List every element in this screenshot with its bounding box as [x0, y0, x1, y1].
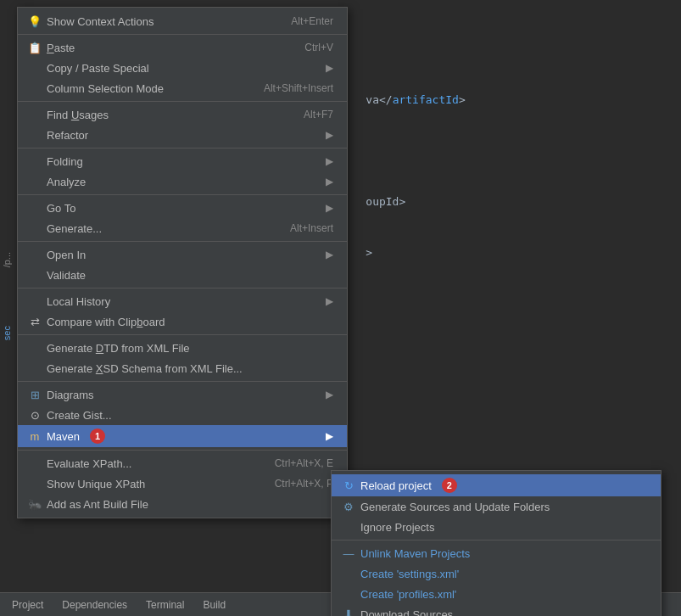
separator-4 [18, 194, 347, 195]
separator-8 [18, 381, 347, 382]
submenu-separator-1 [332, 540, 661, 540]
side-label-sec: sec [0, 322, 17, 344]
menu-item-column-selection[interactable]: Column Selection Mode Alt+Shift+Insert [18, 78, 347, 98]
empty-icon-7 [28, 201, 42, 215]
paste-icon: 📋 [28, 41, 42, 54]
menu-item-compare-clipboard[interactable]: ⇄ Compare with Clipboard [18, 311, 347, 332]
github-icon: ⊙ [28, 408, 42, 422]
menu-item-ignore-projects[interactable]: Ignore Projects [332, 517, 661, 537]
ignore-icon [342, 520, 355, 534]
empty-icon-11 [28, 294, 42, 308]
empty-icon-2 [28, 81, 42, 95]
menu-item-local-history[interactable]: Local History ▶ [18, 291, 347, 311]
menu-item-go-to[interactable]: Go To ▶ [18, 198, 347, 218]
menu-item-show-unique-xpath[interactable]: Show Unique XPath Ctrl+Alt+X, P [18, 473, 347, 494]
tab-build[interactable]: Build [194, 596, 234, 613]
diagrams-icon: ⊞ [28, 388, 42, 401]
menu-item-reload-project[interactable]: ↻ Reload project 2 [332, 474, 661, 496]
reload-badge: 2 [442, 478, 457, 493]
menu-item-show-context-actions[interactable]: 💡 Show Context Actions Alt+Enter [18, 11, 347, 31]
tab-project[interactable]: Project [3, 596, 52, 613]
empty-icon-s1 [342, 567, 355, 580]
bulb-icon: 💡 [28, 14, 42, 28]
empty-icon-3 [28, 108, 42, 121]
separator-6 [18, 288, 347, 288]
separator-9 [18, 450, 347, 451]
separator-5 [18, 241, 347, 242]
menu-item-diagrams[interactable]: ⊞ Diagrams ▶ [18, 384, 347, 405]
menu-item-create-settings[interactable]: Create 'settings.xml' [332, 563, 661, 584]
empty-icon-6 [28, 175, 42, 188]
empty-icon-5 [28, 154, 42, 168]
menu-item-generate-dtd[interactable]: Generate DTD from XML File [18, 338, 347, 358]
download-sources-icon: ⬇ [342, 608, 355, 616]
empty-icon-4 [28, 128, 42, 142]
context-menu: 💡 Show Context Actions Alt+Enter 📋 Paste… [17, 7, 348, 518]
menu-item-create-gist[interactable]: ⊙ Create Gist... [18, 405, 347, 425]
side-label-project: /p... [0, 249, 17, 271]
reload-icon: ↻ [342, 479, 355, 492]
menu-item-folding[interactable]: Folding ▶ [18, 151, 347, 171]
ant-icon: 🐜 [28, 497, 42, 511]
menu-item-download-sources[interactable]: ⬇ Download Sources [332, 604, 661, 616]
tab-terminal[interactable]: Terminal [137, 596, 193, 613]
compare-icon: ⇄ [28, 315, 42, 328]
generate-sources-icon: ⚙ [342, 500, 355, 513]
menu-item-analyze[interactable]: Analyze ▶ [18, 171, 347, 192]
side-panel-labels: /p... sec [0, 0, 17, 592]
maven-submenu: ↻ Reload project 2 ⚙ Generate Sources an… [331, 470, 661, 616]
separator-7 [18, 334, 347, 335]
maven-icon: m [28, 429, 42, 443]
menu-item-refactor[interactable]: Refactor ▶ [18, 125, 347, 145]
menu-item-generate-xsd[interactable]: Generate XSD Schema from XML File... [18, 358, 347, 378]
maven-badge: 1 [90, 428, 105, 444]
empty-icon-s2 [342, 587, 355, 601]
menu-item-create-profiles[interactable]: Create 'profiles.xml' [332, 584, 661, 604]
separator-1 [18, 34, 347, 35]
separator-3 [18, 148, 347, 148]
empty-icon-12 [28, 341, 42, 355]
menu-item-copy-paste-special[interactable]: Copy / Paste Special ▶ [18, 58, 347, 78]
separator-2 [18, 101, 347, 102]
menu-item-add-ant-build[interactable]: 🐜 Add as Ant Build File [18, 494, 347, 514]
empty-icon-9 [28, 248, 42, 261]
menu-item-paste[interactable]: 📋 Paste Ctrl+V [18, 37, 347, 58]
menu-item-find-usages[interactable]: Find Usages Alt+F7 [18, 104, 347, 125]
empty-icon-8 [28, 221, 42, 235]
empty-icon-10 [28, 268, 42, 282]
menu-item-validate[interactable]: Validate [18, 265, 347, 285]
empty-icon-15 [28, 477, 42, 490]
empty-icon-14 [28, 456, 42, 470]
menu-item-unlink-maven[interactable]: — Unlink Maven Projects [332, 543, 661, 563]
tab-dependencies[interactable]: Dependencies [53, 596, 136, 613]
menu-item-open-in[interactable]: Open In ▶ [18, 244, 347, 265]
menu-item-generate[interactable]: Generate... Alt+Insert [18, 218, 347, 238]
empty-icon-1 [28, 61, 42, 75]
unlink-icon: — [342, 546, 355, 560]
menu-item-generate-sources[interactable]: ⚙ Generate Sources and Update Folders [332, 496, 661, 517]
menu-item-maven[interactable]: m Maven 1 ▶ [18, 425, 347, 447]
menu-item-evaluate-xpath[interactable]: Evaluate XPath... Ctrl+Alt+X, E [18, 453, 347, 473]
empty-icon-13 [28, 361, 42, 375]
